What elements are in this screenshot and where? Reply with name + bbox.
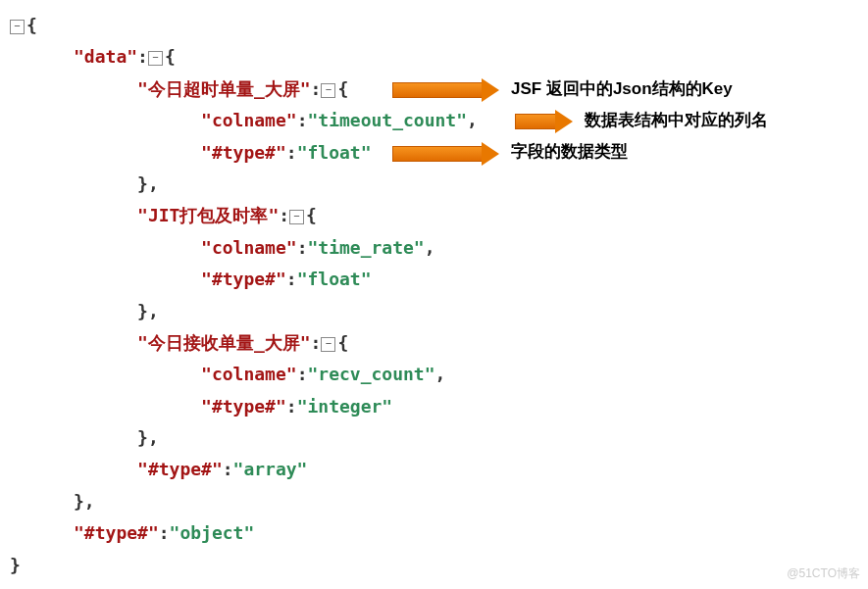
code-line: −{ bbox=[10, 10, 858, 41]
colon: : bbox=[297, 237, 308, 258]
arrow-icon bbox=[392, 137, 499, 169]
code-line: "data":−{ bbox=[10, 41, 858, 73]
colon: : bbox=[297, 364, 308, 384]
code-line: "colname":"time_rate", bbox=[10, 232, 858, 264]
colon: : bbox=[223, 459, 233, 479]
code-line: }, bbox=[10, 422, 858, 454]
brace-open: { bbox=[165, 46, 176, 67]
brace-open: { bbox=[306, 205, 317, 225]
colon: : bbox=[311, 332, 322, 353]
comma: , bbox=[435, 364, 446, 384]
json-key: "data" bbox=[74, 46, 137, 67]
code-line: "#type#":"float" bbox=[10, 264, 858, 295]
json-key: "#type#" bbox=[137, 459, 223, 479]
code-line: "#type#":"array" bbox=[10, 454, 858, 485]
brace-close: }, bbox=[137, 173, 159, 194]
json-key: "今日接收单量_大屏" bbox=[137, 332, 311, 353]
arrow-icon bbox=[515, 105, 573, 136]
brace-open: { bbox=[337, 78, 348, 99]
json-string-value: "array" bbox=[233, 459, 308, 479]
brace-close: }, bbox=[137, 301, 159, 321]
code-block: −{ "data":−{ "今日超时单量_大屏":−{JSF 返回中的Json结… bbox=[10, 10, 858, 581]
brace-close: }, bbox=[74, 491, 95, 512]
colon: : bbox=[286, 269, 297, 289]
comma: , bbox=[425, 237, 435, 258]
brace-open: { bbox=[26, 15, 37, 35]
json-key: "今日超时单量_大屏" bbox=[137, 78, 311, 99]
json-key: "colname" bbox=[201, 237, 297, 258]
code-line: "colname":"timeout_count",数据表结构中对应的列名 bbox=[10, 105, 858, 136]
code-line: }, bbox=[10, 296, 858, 327]
colon: : bbox=[297, 110, 308, 130]
json-key: "colname" bbox=[201, 364, 297, 384]
json-key: "#type#" bbox=[74, 522, 159, 543]
collapse-toggle-icon[interactable]: − bbox=[321, 337, 335, 352]
colon: : bbox=[286, 396, 297, 417]
brace-close: }, bbox=[137, 427, 159, 448]
code-line: "#type#":"float"字段的数据类型 bbox=[10, 137, 858, 169]
code-line: }, bbox=[10, 486, 858, 517]
collapse-toggle-icon[interactable]: − bbox=[321, 83, 335, 98]
code-line: "JIT打包及时率":−{ bbox=[10, 200, 858, 231]
colon: : bbox=[311, 78, 322, 99]
annotation-text: JSF 返回中的Json结构的Key bbox=[511, 74, 733, 105]
code-line: } bbox=[10, 550, 858, 581]
comma: , bbox=[467, 110, 478, 130]
brace-open: { bbox=[337, 332, 348, 353]
json-string-value: "integer" bbox=[297, 396, 393, 417]
code-line: "今日超时单量_大屏":−{JSF 返回中的Json结构的Key bbox=[10, 74, 858, 105]
annotation-text: 数据表结构中对应的列名 bbox=[585, 106, 768, 136]
json-key: "colname" bbox=[201, 110, 297, 130]
code-line: "colname":"recv_count", bbox=[10, 359, 858, 390]
json-key: "#type#" bbox=[201, 396, 286, 417]
colon: : bbox=[159, 522, 170, 543]
json-string-value: "object" bbox=[170, 522, 255, 543]
json-string-value: "float" bbox=[297, 142, 372, 163]
collapse-toggle-icon[interactable]: − bbox=[289, 210, 304, 224]
code-line: "#type#":"integer" bbox=[10, 391, 858, 422]
code-line: }, bbox=[10, 169, 858, 200]
json-string-value: "recv_count" bbox=[307, 364, 434, 384]
code-line: "今日接收单量_大屏":−{ bbox=[10, 327, 858, 359]
watermark: @51CTO博客 bbox=[787, 564, 860, 585]
json-string-value: "float" bbox=[297, 269, 372, 289]
code-line: "#type#":"object" bbox=[10, 517, 858, 549]
collapse-toggle-icon[interactable]: − bbox=[148, 51, 163, 66]
json-key: "JIT打包及时率" bbox=[137, 205, 279, 225]
colon: : bbox=[286, 142, 297, 163]
colon: : bbox=[137, 46, 148, 67]
json-key: "#type#" bbox=[201, 142, 286, 163]
collapse-toggle-icon[interactable]: − bbox=[10, 20, 25, 34]
json-string-value: "time_rate" bbox=[307, 237, 424, 258]
brace-close: } bbox=[10, 555, 21, 575]
arrow-icon bbox=[392, 74, 499, 105]
json-key: "#type#" bbox=[201, 269, 286, 289]
colon: : bbox=[279, 205, 289, 225]
annotation-text: 字段的数据类型 bbox=[511, 137, 628, 168]
json-string-value: "timeout_count" bbox=[307, 110, 467, 130]
